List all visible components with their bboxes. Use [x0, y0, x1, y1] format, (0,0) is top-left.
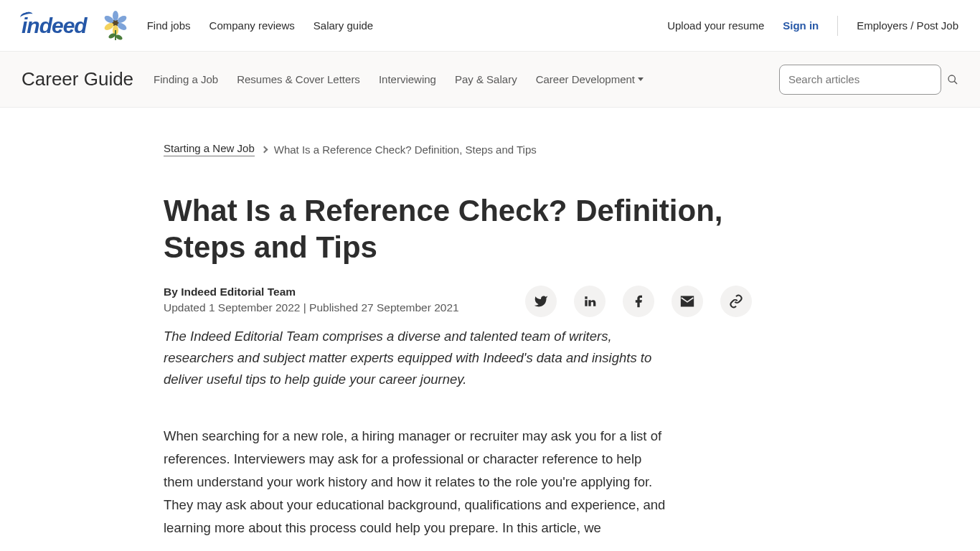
breadcrumb: Starting a New Job What Is a Reference C… — [164, 142, 752, 156]
sunflower-icon[interactable] — [100, 10, 131, 42]
subnav: Career Guide Finding a Job Resumes & Cov… — [0, 52, 980, 108]
share-row — [525, 286, 752, 317]
article-main: Starting a New Job What Is a Reference C… — [164, 108, 752, 539]
nav-right: Upload your resume Sign in Employers / P… — [667, 16, 958, 36]
subnav-career-dev-label: Career Development — [536, 73, 635, 85]
chevron-right-icon — [260, 146, 268, 153]
share-link-button[interactable] — [720, 286, 752, 317]
subnav-finding-a-job[interactable]: Finding a Job — [154, 73, 218, 85]
indeed-logo[interactable]: indeed — [22, 14, 87, 38]
nav-company-reviews[interactable]: Company reviews — [209, 19, 295, 32]
editorial-note: The Indeed Editorial Team comprises a di… — [164, 326, 659, 390]
subnav-interviewing[interactable]: Interviewing — [379, 73, 436, 85]
upload-resume-link[interactable]: Upload your resume — [667, 19, 764, 32]
breadcrumb-current: What Is a Reference Check? Definition, S… — [274, 143, 537, 156]
subnav-pay-salary[interactable]: Pay & Salary — [455, 73, 517, 85]
search-icon[interactable] — [947, 74, 958, 85]
linkedin-icon — [583, 294, 597, 309]
email-icon — [680, 294, 694, 309]
search-input[interactable] — [779, 65, 941, 95]
twitter-icon — [534, 294, 548, 309]
svg-point-9 — [948, 75, 955, 82]
author-name: Indeed Editorial Team — [181, 286, 296, 298]
link-icon — [729, 294, 743, 309]
share-twitter-button[interactable] — [525, 286, 557, 317]
share-email-button[interactable] — [672, 286, 703, 317]
byline-row: By Indeed Editorial Team Updated 1 Septe… — [164, 286, 752, 317]
caret-down-icon — [638, 77, 644, 81]
article-title: What Is a Reference Check? Definition, S… — [164, 192, 745, 265]
top-header: indeed Find jobs Company reviews Salar — [0, 0, 980, 52]
nav-salary-guide[interactable]: Salary guide — [314, 19, 373, 32]
share-linkedin-button[interactable] — [574, 286, 606, 317]
employers-link[interactable]: Employers / Post Job — [857, 19, 958, 32]
signin-link[interactable]: Sign in — [783, 19, 819, 32]
nav-find-jobs[interactable]: Find jobs — [147, 19, 191, 32]
article-body-paragraph: When searching for a new role, a hiring … — [164, 425, 666, 539]
career-guide-title[interactable]: Career Guide — [22, 68, 133, 90]
article-dates: Updated 1 September 2022 | Published 27 … — [164, 301, 459, 314]
subnav-resumes[interactable]: Resumes & Cover Letters — [237, 73, 360, 85]
subnav-career-development[interactable]: Career Development — [536, 73, 644, 85]
vertical-divider — [837, 16, 838, 36]
share-facebook-button[interactable] — [623, 286, 654, 317]
author-prefix: By — [164, 286, 181, 298]
facebook-icon — [631, 294, 646, 309]
svg-point-1 — [113, 11, 118, 21]
breadcrumb-parent[interactable]: Starting a New Job — [164, 142, 255, 156]
byline: By Indeed Editorial Team Updated 1 Septe… — [164, 286, 459, 314]
search-wrap — [779, 65, 958, 95]
svg-line-10 — [954, 81, 957, 84]
nav-primary: Find jobs Company reviews Salary guide — [147, 19, 373, 32]
subnav-links: Finding a Job Resumes & Cover Letters In… — [154, 73, 644, 85]
